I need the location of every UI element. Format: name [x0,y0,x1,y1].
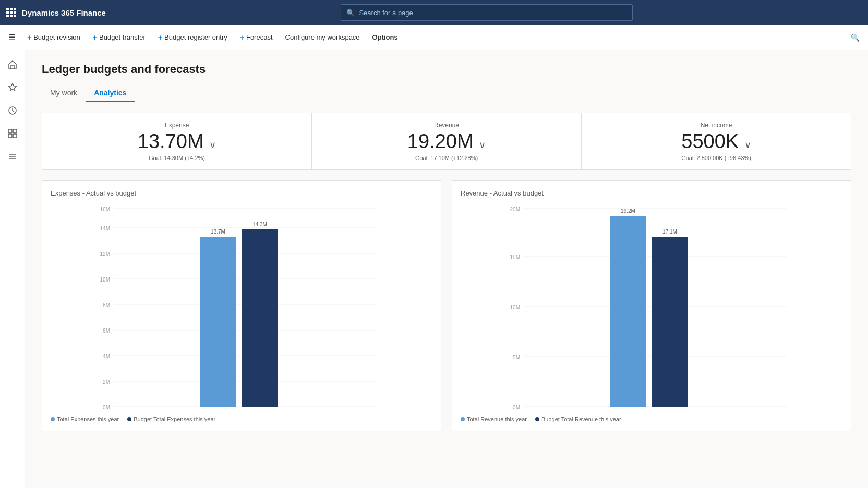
svg-text:19.2M: 19.2M [621,208,635,214]
expense-chart-title: Expenses - Actual vs budget [51,189,432,197]
kpi-expense: Expense 13.70M ∨ Goal: 14.30M (+4.2%) [42,113,312,169]
expense-actual-dot [51,417,55,421]
app-title: Dynamics 365 Finance [22,8,106,17]
tab-my-work[interactable]: My work [42,84,86,102]
svg-text:0M: 0M [513,405,520,410]
expense-chart-card: Expenses - Actual vs budget 0M 2M 4M 6M … [42,180,441,431]
search-icon: 🔍 [346,9,355,17]
svg-text:10M: 10M [100,277,110,283]
revenue-actual-bar [610,216,646,407]
nav-hamburger[interactable]: ☰ [4,28,20,46]
svg-text:14.3M: 14.3M [252,222,267,227]
modules-icon[interactable] [2,146,23,167]
budget-revision-btn[interactable]: + Budget revision [22,30,86,45]
expense-actual-bar [200,237,236,407]
revenue-budget-dot [535,417,539,421]
svg-text:USMF: USMF [647,411,661,412]
svg-rect-3 [6,11,9,14]
svg-text:4M: 4M [103,353,110,359]
expense-legend-budget: Budget Total Expenses this year [127,416,215,422]
svg-rect-1 [10,8,13,10]
home-icon[interactable] [2,54,23,75]
plus-icon-4: + [240,33,244,42]
svg-text:8M: 8M [103,302,110,308]
kpi-revenue-arrow: ∨ [479,140,486,150]
kpi-net-income-value: 5500K ∨ [592,131,840,153]
budget-register-label: Budget register entry [164,33,227,41]
svg-text:10M: 10M [510,304,520,310]
search-placeholder: Search for a page [359,9,413,17]
budget-transfer-btn[interactable]: + Budget transfer [88,30,151,45]
svg-rect-7 [10,15,13,17]
kpi-revenue-goal: Goal: 17.10M (+12.28%) [322,155,571,161]
expense-chart-legend: Total Expenses this year Budget Total Ex… [51,416,432,422]
svg-text:0M: 0M [103,405,110,410]
svg-rect-0 [6,8,9,10]
revenue-legend-actual: Total Revenue this year [461,416,527,422]
expense-budget-bar [242,229,278,407]
configure-workspace-btn[interactable]: Configure my workspace [280,30,365,44]
svg-text:2M: 2M [103,379,110,385]
kpi-revenue-value: 19.20M ∨ [322,131,571,153]
tab-analytics[interactable]: Analytics [86,84,135,102]
kpi-net-income-label: Net income [592,121,840,129]
svg-rect-8 [14,15,16,17]
page-title: Ledger budgets and forecasts [42,63,851,76]
top-bar: Dynamics 365 Finance 🔍 Search for a page [0,0,868,25]
svg-text:16M: 16M [100,206,110,212]
revenue-chart-title: Revenue - Actual vs budget [461,189,842,197]
svg-text:USMF: USMF [237,411,251,412]
svg-text:17.1M: 17.1M [662,229,677,235]
expense-budget-dot [127,417,131,421]
svg-rect-12 [8,134,12,138]
waffle-menu[interactable] [6,8,16,17]
svg-text:15M: 15M [510,254,520,260]
svg-text:20M: 20M [510,206,520,212]
revenue-budget-bar [652,237,688,407]
expense-chart-svg: 0M 2M 4M 6M 8M 10M 12M 14M 16M [51,203,432,412]
svg-text:14M: 14M [100,226,110,231]
main-layout: Ledger budgets and forecasts My work Ana… [0,50,868,488]
kpi-net-income: Net income 5500K ∨ Goal: 2,800.00K (+96.… [582,113,851,169]
svg-text:12M: 12M [100,251,110,257]
tabs: My work Analytics [42,84,851,102]
revenue-chart-svg: 0M 5M 10M 15M 20M 19.2M [461,203,842,412]
revenue-legend-budget: Budget Total Revenue this year [535,416,621,422]
kpi-net-income-goal: Goal: 2,800.00K (+96.43%) [592,155,840,161]
svg-rect-11 [13,129,17,133]
revenue-chart-area: 0M 5M 10M 15M 20M 19.2M [461,203,842,412]
expense-chart-area: 0M 2M 4M 6M 8M 10M 12M 14M 16M [51,203,432,412]
svg-rect-4 [10,11,13,14]
plus-icon-2: + [93,33,97,42]
kpi-net-income-arrow: ∨ [744,140,751,150]
content-area: Ledger budgets and forecasts My work Ana… [25,50,868,488]
kpi-expense-goal: Goal: 14.30M (+4.2%) [53,155,301,161]
configure-workspace-label: Configure my workspace [285,33,360,41]
svg-text:5M: 5M [513,355,520,360]
budget-transfer-label: Budget transfer [99,33,146,41]
kpi-revenue: Revenue 19.20M ∨ Goal: 17.10M (+12.28%) [312,113,582,169]
plus-icon-3: + [158,33,162,42]
svg-text:6M: 6M [103,328,110,334]
revenue-chart-card: Revenue - Actual vs budget 0M 5M 10M 15M… [452,180,851,431]
revenue-chart-legend: Total Revenue this year Budget Total Rev… [461,416,842,422]
workspaces-icon[interactable] [2,123,23,144]
svg-rect-13 [13,134,17,138]
svg-rect-6 [6,15,9,17]
kpi-row: Expense 13.70M ∨ Goal: 14.30M (+4.2%) Re… [42,113,851,170]
kpi-expense-label: Expense [53,121,301,129]
favorites-icon[interactable] [2,77,23,98]
forecast-btn[interactable]: + Forecast [235,30,278,45]
kpi-expense-arrow: ∨ [209,140,216,150]
svg-text:13.7M: 13.7M [211,229,225,235]
nav-search-icon[interactable]: 🔍 [847,30,864,45]
options-btn[interactable]: Options [367,30,403,44]
forecast-label: Forecast [246,33,273,41]
revenue-actual-dot [461,417,465,421]
recent-icon[interactable] [2,100,23,121]
global-search[interactable]: 🔍 Search for a page [341,4,633,21]
svg-rect-5 [14,11,16,14]
expense-legend-actual: Total Expenses this year [51,416,119,422]
secondary-nav: ☰ + Budget revision + Budget transfer + … [0,25,868,50]
budget-register-btn[interactable]: + Budget register entry [153,30,233,45]
